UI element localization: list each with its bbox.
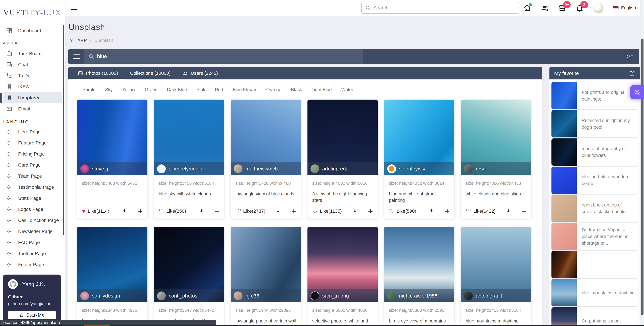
- photo-image[interactable]: adelinpreda: [308, 100, 378, 175]
- download-button[interactable]: [198, 208, 204, 214]
- photo-image[interactable]: nightcrawler1986: [384, 227, 454, 302]
- chip-sky[interactable]: Sky: [105, 87, 113, 92]
- sidebar-item-ikea[interactable]: IKEA: [0, 81, 65, 92]
- notifications-button[interactable]: 2: [576, 4, 584, 12]
- sidebar-item-call-to-action-page[interactable]: Call To Action Page: [0, 215, 65, 226]
- favorite-item[interactable]: [552, 251, 638, 278]
- like-button[interactable]: ♡Like(2737): [236, 208, 265, 214]
- sidebar-item-faq-page[interactable]: FAQ Page: [0, 237, 65, 248]
- sidebar-item-team-page[interactable]: Team Page: [0, 171, 65, 182]
- sidebar-item-task-board[interactable]: Task Board: [0, 48, 65, 59]
- global-search-box[interactable]: [362, 2, 519, 14]
- photo-image[interactable]: sincerelymedia: [154, 100, 224, 175]
- like-button[interactable]: ♡Like(6422): [466, 208, 496, 214]
- sidebar-item-newsletter-page[interactable]: Newsletter Page: [0, 226, 65, 237]
- download-button[interactable]: [506, 208, 511, 214]
- photo-user-bar[interactable]: samlydesign: [77, 289, 148, 302]
- chip-red[interactable]: Red: [215, 87, 223, 92]
- like-button[interactable]: ♡Like(590): [389, 208, 416, 214]
- photo-image[interactable]: antoinerault: [461, 227, 531, 302]
- download-button[interactable]: [352, 208, 358, 214]
- photo-user-bar[interactable]: hjrc33: [231, 289, 301, 302]
- profile-avatar[interactable]: [593, 3, 604, 13]
- users-button[interactable]: [541, 4, 549, 12]
- photo-image[interactable]: resul: [461, 100, 531, 175]
- photo-user-bar[interactable]: sam_truong: [308, 289, 378, 302]
- chip-dark-blue[interactable]: Dark Blue: [167, 87, 187, 92]
- photo-image[interactable]: matthewwmcb: [231, 100, 301, 175]
- add-button[interactable]: +: [522, 208, 526, 214]
- open-in-new-icon[interactable]: [629, 70, 635, 76]
- photo-user-bar[interactable]: solenfeyissa: [384, 162, 454, 175]
- chip-yellow[interactable]: Yellow: [122, 87, 135, 92]
- add-button[interactable]: +: [291, 208, 296, 214]
- like-button[interactable]: ♡Like(250): [159, 208, 186, 214]
- photo-user-bar[interactable]: conti_photos: [154, 289, 224, 302]
- add-button[interactable]: +: [214, 208, 220, 214]
- sidebar-item-feature-page[interactable]: Feature Page: [0, 138, 65, 149]
- sidebar-item-to-do[interactable]: To Do: [0, 70, 65, 81]
- download-button[interactable]: [429, 208, 434, 214]
- download-button[interactable]: [122, 208, 128, 214]
- add-button[interactable]: +: [445, 208, 450, 214]
- photo-image[interactable]: conti_photos: [154, 227, 224, 302]
- photo-user-bar[interactable]: steve_j: [77, 162, 148, 175]
- photo-image[interactable]: samlydesign: [77, 227, 148, 302]
- star-me-button[interactable]: Star-Me: [8, 311, 56, 319]
- chip-pink[interactable]: Pink: [196, 87, 205, 92]
- sidebar-item-hero-page[interactable]: Hero Page: [0, 126, 65, 138]
- sidebar-item-unsplash[interactable]: Unsplash: [3, 92, 62, 103]
- query-field[interactable]: [84, 49, 362, 64]
- go-button[interactable]: Go: [626, 49, 634, 64]
- chip-orange[interactable]: Orange: [266, 87, 281, 92]
- sidebar-item-pricing-page[interactable]: Pricing Page: [0, 149, 65, 160]
- download-button[interactable]: [275, 208, 281, 214]
- sidebar-item-email[interactable]: Email: [0, 103, 65, 115]
- like-button[interactable]: ♡Like(1135): [312, 208, 342, 214]
- favorite-item[interactable]: Reflected sunlight in my dog's pool.: [552, 110, 638, 138]
- sidebar-item-stats-page[interactable]: Stats Page: [0, 193, 65, 204]
- like-button[interactable]: ♥Like(1114): [82, 208, 109, 214]
- tab-collections[interactable]: Collections (10000): [124, 67, 176, 79]
- scrollbar-thumb[interactable]: [641, 38, 644, 315]
- photo-user-bar[interactable]: sincerelymedia: [154, 162, 224, 175]
- favorite-item[interactable]: macro photography of blue flowers: [552, 139, 638, 165]
- photo-user-bar[interactable]: antoinerault: [461, 289, 531, 302]
- photo-user-bar[interactable]: adelinpreda: [308, 162, 378, 175]
- add-button[interactable]: +: [368, 208, 373, 214]
- photo-user-bar[interactable]: resul: [461, 162, 531, 175]
- home-button[interactable]: [523, 4, 531, 12]
- photo-image[interactable]: sam_truong: [308, 227, 378, 302]
- breadcrumb-app[interactable]: APP: [78, 38, 87, 43]
- chip-blue-flower[interactable]: Blue Flower: [233, 87, 257, 92]
- sidebar-scrollbar[interactable]: [63, 25, 64, 235]
- photo-user-bar[interactable]: nightcrawler1986: [384, 289, 454, 302]
- sidebar-item-toolbar-page[interactable]: Toolbar Page: [0, 248, 65, 259]
- sidebar-item-chat[interactable]: Chat: [0, 59, 65, 70]
- chip-purple[interactable]: Purple: [82, 87, 96, 92]
- store-button[interactable]: 9+: [558, 4, 566, 12]
- global-search-input[interactable]: [373, 5, 516, 10]
- favorite-item[interactable]: For prints and original paintings:...: [552, 82, 638, 109]
- photo-user-bar[interactable]: matthewwmcb: [231, 162, 301, 175]
- photo-image[interactable]: steve_j: [77, 100, 148, 175]
- favorite-item[interactable]: Carpathians sunset: [552, 307, 638, 326]
- favorite-item[interactable]: open book on top of several stacked book…: [552, 195, 638, 222]
- photo-image[interactable]: hjrc33: [231, 227, 301, 302]
- tab-photos[interactable]: Photos (10000): [72, 67, 124, 79]
- query-input[interactable]: [97, 53, 358, 59]
- page-scrollbar[interactable]: [640, 0, 644, 326]
- chip-green[interactable]: Green: [145, 87, 157, 92]
- chip-black[interactable]: Black: [291, 87, 302, 92]
- favorite-item[interactable]: blue and black wooden board: [552, 166, 638, 194]
- sidebar-item-testimonial-page[interactable]: Testimonial Page: [0, 182, 65, 193]
- language-selector[interactable]: English: [613, 5, 636, 10]
- sidebar-item-footer-page[interactable]: Footer Page: [0, 259, 65, 270]
- chip-light-blue[interactable]: Light Blue: [312, 87, 332, 92]
- tab-users[interactable]: Users (2248): [177, 67, 224, 79]
- sidebar-item-logos-page[interactable]: Logos Page: [0, 204, 65, 215]
- photo-image[interactable]: solenfeyissa: [384, 100, 454, 175]
- sidebar-item-dashboard[interactable]: Dashboard: [0, 25, 65, 36]
- favorite-item[interactable]: blue mountains at daytime: [552, 279, 638, 306]
- sidebar-item-card-page[interactable]: Card Page: [0, 160, 65, 171]
